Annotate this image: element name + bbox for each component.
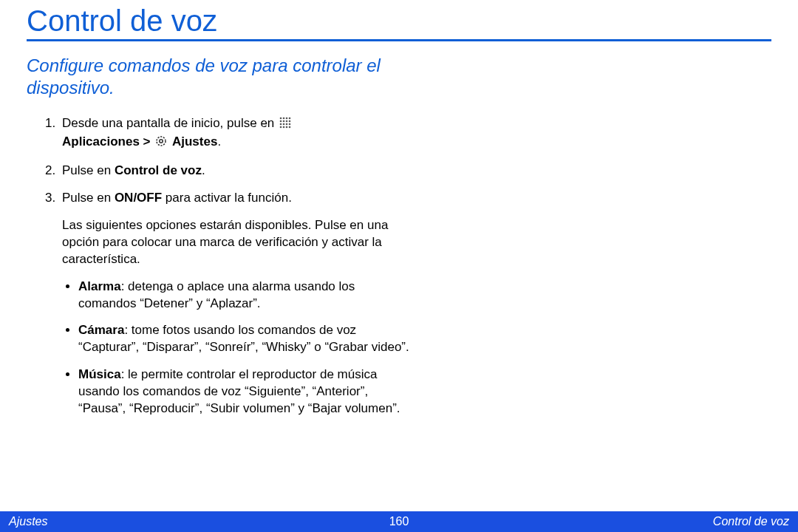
- settings-gear-icon: [155, 135, 167, 152]
- svg-point-11: [289, 123, 291, 126]
- step-bold: Control de voz: [115, 163, 202, 177]
- step-bold: Ajustes: [172, 134, 217, 149]
- page-title: Control de voz: [27, 0, 771, 39]
- svg-point-8: [280, 123, 282, 126]
- bullet-label: Cámara: [78, 323, 124, 337]
- step-text: Pulse en: [62, 163, 115, 177]
- svg-point-2: [286, 117, 288, 120]
- footer-right: Control de voz: [713, 515, 789, 528]
- footer-left: Ajustes: [9, 515, 47, 528]
- svg-point-16: [157, 137, 166, 146]
- svg-point-15: [289, 126, 291, 129]
- step-text: .: [202, 163, 205, 177]
- step-bold: ON/OFF: [115, 191, 162, 205]
- svg-point-7: [289, 120, 291, 123]
- document-page: Control de voz Configure comandos de voz…: [0, 0, 798, 532]
- svg-point-9: [283, 123, 285, 126]
- step-extra-text: Las siguientes opciones estarán disponib…: [62, 217, 411, 268]
- step-text: Desde una pantalla de inicio, pulse en: [62, 116, 278, 130]
- svg-point-17: [160, 140, 163, 143]
- step-text: .: [217, 134, 221, 149]
- page-subtitle: Configure comandos de voz para controlar…: [27, 55, 381, 99]
- step-item: Desde una pantalla de inicio, pulse en A…: [59, 115, 411, 152]
- bullet-label: Alarma: [78, 279, 121, 293]
- svg-point-13: [283, 126, 285, 129]
- steps-list: Desde una pantalla de inicio, pulse en A…: [27, 115, 411, 417]
- svg-point-5: [283, 120, 285, 123]
- svg-point-10: [286, 123, 288, 126]
- svg-point-14: [286, 126, 288, 129]
- bullet-item: Cámara: tome fotos usando los comandos d…: [78, 322, 411, 356]
- svg-point-12: [280, 126, 282, 129]
- content-column: Desde una pantalla de inicio, pulse en A…: [27, 115, 411, 417]
- bullet-text: : le permite controlar el reproductor de…: [78, 367, 400, 415]
- step-bold: Aplicaciones >: [62, 134, 154, 149]
- svg-point-0: [280, 117, 282, 120]
- page-footer: Ajustes 160 Control de voz: [0, 511, 798, 532]
- svg-point-6: [286, 120, 288, 123]
- title-rule: [27, 39, 771, 41]
- svg-point-1: [283, 117, 285, 120]
- step-item: Pulse en ON/OFF para activar la función.…: [59, 190, 411, 417]
- apps-grid-icon: [279, 117, 291, 134]
- svg-point-4: [280, 120, 282, 123]
- step-item: Pulse en Control de voz.: [59, 163, 411, 180]
- bullet-item: Música: le permite controlar el reproduc…: [78, 366, 411, 417]
- bullet-text: : tome fotos usando los comandos de voz …: [78, 323, 409, 354]
- bullets-list: Alarma: detenga o aplace una alarma usan…: [62, 279, 411, 418]
- footer-page-number: 160: [389, 515, 409, 528]
- step-text: para activar la función.: [162, 191, 292, 205]
- svg-point-3: [289, 117, 291, 120]
- step-text: Pulse en: [62, 191, 115, 205]
- bullet-item: Alarma: detenga o aplace una alarma usan…: [78, 279, 411, 313]
- bullet-label: Música: [78, 367, 121, 381]
